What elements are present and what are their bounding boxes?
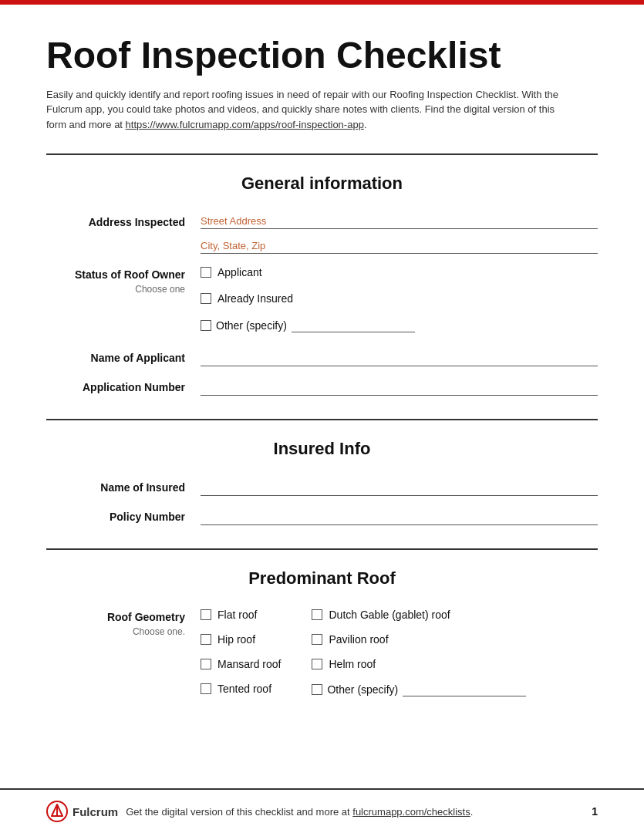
city-state-zip-input[interactable] <box>201 238 598 254</box>
other-specify-label: Other (specify) <box>216 319 287 332</box>
mansard-roof-checkbox[interactable] <box>201 659 211 669</box>
address-fields <box>201 214 598 254</box>
insured-info-title: Insured Info <box>46 439 598 459</box>
roof-owner-sub: Choose one <box>46 283 185 296</box>
application-number-row: Application Number <box>46 379 598 396</box>
footer-text: Get the digital version of this checklis… <box>126 806 473 818</box>
roof-owner-row: Status of Roof Owner Choose one Applican… <box>46 266 598 337</box>
page-title: Roof Inspection Checklist <box>46 35 598 76</box>
helm-roof-option: Helm roof <box>312 658 526 670</box>
policy-number-field <box>201 508 598 525</box>
name-applicant-line <box>201 349 598 366</box>
roof-geometry-sub: Choose one. <box>46 626 185 639</box>
footer: Fulcrum Get the digital version of this … <box>0 788 644 833</box>
roof-owner-label: Status of Roof Owner <box>75 268 185 281</box>
roof-geometry-row: Roof Geometry Choose one. Flat roof Hip … <box>46 609 598 701</box>
other-specify-option: Other (specify) <box>201 319 598 332</box>
name-insured-line <box>201 479 598 496</box>
roof-geometry-label: Roof Geometry <box>107 611 185 623</box>
mansard-roof-label: Mansard roof <box>217 658 281 670</box>
insured-info-divider <box>46 419 598 420</box>
address-row: Address Inspected <box>46 214 598 254</box>
application-number-field <box>201 379 598 396</box>
mansard-roof-option: Mansard roof <box>201 658 281 670</box>
name-insured-row: Name of Insured <box>46 479 598 496</box>
pavilion-roof-label: Pavilion roof <box>329 633 388 646</box>
predominant-roof-title: Predominant Roof <box>46 568 598 588</box>
policy-number-line <box>201 508 598 525</box>
tented-roof-label: Tented roof <box>217 683 271 695</box>
street-address-input[interactable] <box>201 214 598 229</box>
application-number-line <box>201 379 598 396</box>
intro-text: Easily and quickly identify and report r… <box>46 87 571 133</box>
name-applicant-row: Name of Applicant <box>46 349 598 366</box>
hip-roof-option: Hip roof <box>201 633 281 646</box>
already-insured-option: Already Insured <box>201 292 598 305</box>
other-specify-line <box>292 319 415 332</box>
application-number-label: Application Number <box>46 379 201 396</box>
hip-roof-label: Hip roof <box>217 633 255 646</box>
name-insured-label: Name of Insured <box>46 479 201 496</box>
pavilion-roof-checkbox[interactable] <box>312 634 322 645</box>
already-insured-label: Already Insured <box>217 292 293 305</box>
roof-left-col: Flat roof Hip roof Mansard roof Tented r… <box>201 609 281 701</box>
general-info-divider <box>46 153 598 155</box>
roof-geometry-cols: Flat roof Hip roof Mansard roof Tented r… <box>201 609 598 701</box>
intro-link[interactable]: https://www.fulcrumapp.com/apps/roof-ins… <box>126 119 364 130</box>
page-content: Roof Inspection Checklist Easily and qui… <box>0 5 644 791</box>
helm-roof-checkbox[interactable] <box>312 659 322 669</box>
predominant-roof-divider <box>46 548 598 550</box>
roof-other-specify-option: Other (specify) <box>312 683 526 696</box>
helm-roof-label: Helm roof <box>329 658 376 670</box>
general-info-section: General information Address Inspected St… <box>46 174 598 396</box>
footer-left: Fulcrum Get the digital version of this … <box>46 801 473 822</box>
dutch-gable-label: Dutch Gable (gablet) roof <box>329 609 450 621</box>
roof-other-specify-checkbox[interactable] <box>312 684 322 695</box>
policy-number-row: Policy Number <box>46 508 598 525</box>
applicant-label: Applicant <box>217 266 262 278</box>
already-insured-checkbox[interactable] <box>201 293 211 304</box>
fulcrum-logo-text: Fulcrum <box>72 805 118 818</box>
tented-roof-checkbox[interactable] <box>201 683 211 694</box>
roof-owner-label-col: Status of Roof Owner Choose one <box>46 266 201 295</box>
fulcrum-logo: Fulcrum <box>46 801 118 822</box>
applicant-option: Applicant <box>201 266 598 278</box>
policy-number-label: Policy Number <box>46 508 201 525</box>
flat-roof-option: Flat roof <box>201 609 281 621</box>
general-info-title: General information <box>46 174 598 194</box>
footer-page-number: 1 <box>592 805 598 818</box>
pavilion-roof-option: Pavilion roof <box>312 633 526 646</box>
hip-roof-checkbox[interactable] <box>201 634 211 645</box>
flat-roof-label: Flat roof <box>217 609 257 621</box>
flat-roof-checkbox[interactable] <box>201 609 211 620</box>
predominant-roof-section: Predominant Roof Roof Geometry Choose on… <box>46 568 598 701</box>
roof-other-specify-line <box>403 683 526 696</box>
roof-right-col: Dutch Gable (gablet) roof Pavilion roof … <box>312 609 526 701</box>
name-applicant-field <box>201 349 598 366</box>
other-specify-checkbox[interactable] <box>201 320 211 331</box>
footer-link[interactable]: fulcrumapp.com/checklists <box>352 806 470 818</box>
roof-owner-options: Applicant Already Insured Other (specify… <box>201 266 598 337</box>
dutch-gable-checkbox[interactable] <box>312 609 322 620</box>
dutch-gable-option: Dutch Gable (gablet) roof <box>312 609 526 621</box>
roof-other-specify-label: Other (specify) <box>327 683 398 696</box>
roof-geometry-label-col: Roof Geometry Choose one. <box>46 609 201 638</box>
tented-roof-option: Tented roof <box>201 683 281 695</box>
applicant-checkbox[interactable] <box>201 267 211 278</box>
name-applicant-label: Name of Applicant <box>46 349 201 366</box>
address-label: Address Inspected <box>46 214 201 231</box>
fulcrum-icon <box>46 801 68 822</box>
insured-info-section: Insured Info Name of Insured Policy Numb… <box>46 439 598 525</box>
name-insured-field <box>201 479 598 496</box>
